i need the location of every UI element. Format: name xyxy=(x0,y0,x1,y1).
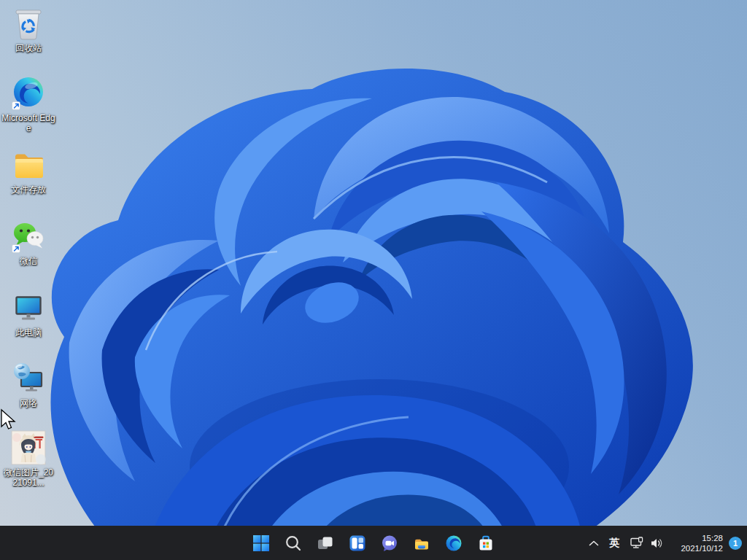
desktop-icon-label: Microsoft Edge xyxy=(1,113,55,133)
network-globe-icon xyxy=(11,361,46,396)
widgets-button[interactable] xyxy=(343,529,372,558)
clock-date: 2021/10/12 xyxy=(681,543,723,553)
chevron-up-icon xyxy=(589,540,599,546)
search-icon xyxy=(285,534,302,552)
search-button[interactable] xyxy=(279,529,308,558)
desktop-icon-label: 回收站 xyxy=(15,43,42,53)
desktop-icon-network[interactable]: 网络 xyxy=(1,361,56,408)
chat-button[interactable] xyxy=(375,529,404,558)
desktop-icon-label: 网络 xyxy=(20,398,37,408)
folder-icon xyxy=(413,534,430,552)
file-explorer-button[interactable] xyxy=(407,529,436,558)
tray-overflow-button[interactable] xyxy=(584,529,603,558)
monitor-icon xyxy=(11,290,46,325)
store-bag-icon xyxy=(477,534,495,552)
desktop-icon-label: 文件存放 xyxy=(11,184,46,195)
desktop[interactable]: 回收站 Microsoft Edge xyxy=(0,0,747,560)
chat-video-icon xyxy=(381,534,398,552)
task-view-button[interactable] xyxy=(311,529,340,558)
desktop-icon-wechat-image[interactable]: 微信图片_2021091... xyxy=(1,430,56,488)
shortcut-arrow-badge xyxy=(12,102,20,110)
ime-language-button[interactable]: 英 xyxy=(603,529,625,558)
taskbar-center-buttons xyxy=(247,529,500,558)
taskbar: 英 15:28 2021/10/12 xyxy=(0,526,747,560)
system-tray: 英 15:28 2021/10/12 xyxy=(584,526,744,560)
edge-browser-button[interactable] xyxy=(439,529,468,558)
speaker-icon xyxy=(651,537,663,549)
network-volume-button[interactable] xyxy=(625,529,667,558)
wallpaper-bloom xyxy=(0,0,747,526)
edge-icon xyxy=(11,76,46,111)
wechat-icon xyxy=(11,219,46,254)
desktop-icon-label: 微信 xyxy=(20,256,37,266)
widgets-icon xyxy=(349,534,366,552)
desktop-icon-edge[interactable]: Microsoft Edge xyxy=(1,76,56,133)
desktop-icon-folder[interactable]: 文件存放 xyxy=(1,147,56,195)
start-button[interactable] xyxy=(247,529,276,558)
task-view-icon xyxy=(317,534,334,552)
desktop-icon-wechat[interactable]: 微信 xyxy=(1,219,56,266)
ime-label: 英 xyxy=(609,537,619,550)
microsoft-store-button[interactable] xyxy=(471,529,500,558)
windows-logo-icon xyxy=(252,534,270,552)
shortcut-arrow-badge xyxy=(12,245,20,253)
desktop-icon-label: 此电脑 xyxy=(15,327,42,338)
folder-icon xyxy=(11,147,46,182)
desktop-icon-recycle-bin[interactable]: 回收站 xyxy=(1,6,56,53)
notification-count-badge[interactable]: 1 xyxy=(729,537,742,550)
clock-time: 15:28 xyxy=(702,533,723,543)
edge-icon xyxy=(445,534,462,552)
recycle-bin-icon xyxy=(11,6,46,41)
desktop-icon-label: 微信图片_2021091... xyxy=(1,467,55,488)
ethernet-icon xyxy=(630,537,644,549)
image-thumbnail xyxy=(11,430,46,465)
desktop-icon-this-pc[interactable]: 此电脑 xyxy=(1,290,56,338)
clock[interactable]: 15:28 2021/10/12 xyxy=(667,529,724,558)
notification-count: 1 xyxy=(733,539,738,548)
